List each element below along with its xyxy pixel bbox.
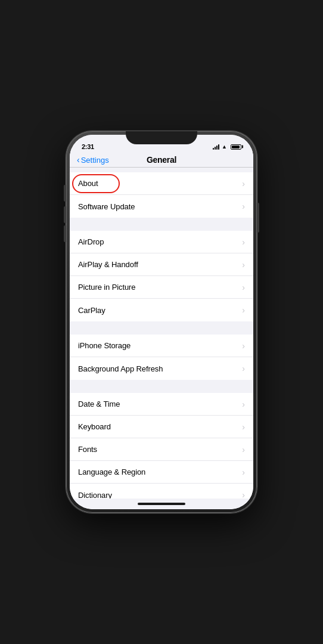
chevron-icon-about: › <box>242 179 245 188</box>
item-label-fonts: Fonts <box>78 445 97 454</box>
phone-frame: 2:31 ▲ ‹ Set <box>66 131 257 513</box>
item-label-iphone-storage: iPhone Storage <box>78 341 131 350</box>
settings-item-carplay[interactable]: CarPlay › <box>70 299 253 321</box>
chevron-icon-dictionary: › <box>242 490 245 499</box>
item-label-picture-in-picture: Picture in Picture <box>78 283 135 292</box>
chevron-icon-airplay-handoff: › <box>242 260 245 270</box>
home-indicator <box>70 499 253 509</box>
section-connectivity: AirDrop › AirPlay & Handoff › Picture in… <box>70 231 253 321</box>
chevron-icon-iphone-storage: › <box>242 341 245 351</box>
settings-item-dictionary[interactable]: Dictionary › <box>70 484 253 499</box>
page-title: General <box>147 155 176 165</box>
chevron-icon-carplay: › <box>242 305 245 315</box>
settings-item-fonts[interactable]: Fonts › <box>70 438 253 461</box>
phone-screen: 2:31 ▲ ‹ Set <box>70 135 253 509</box>
status-icons: ▲ <box>213 144 241 150</box>
section-storage: iPhone Storage › Background App Refresh … <box>70 335 253 380</box>
chevron-icon-date-time: › <box>242 400 245 409</box>
chevron-icon-airdrop: › <box>242 237 245 247</box>
signal-icon <box>213 144 219 150</box>
chevron-icon-background-app-refresh: › <box>242 364 245 373</box>
settings-item-about[interactable]: About › <box>70 172 253 195</box>
navigation-bar: ‹ Settings General <box>70 154 253 168</box>
chevron-icon-keyboard: › <box>242 422 245 432</box>
notch <box>126 131 197 144</box>
status-time: 2:31 <box>82 143 94 150</box>
item-label-background-app-refresh: Background App Refresh <box>78 364 163 373</box>
settings-item-software-update[interactable]: Software Update › <box>70 195 253 218</box>
back-chevron-icon: ‹ <box>77 156 80 164</box>
item-label-language-region: Language & Region <box>78 467 145 476</box>
settings-item-keyboard[interactable]: Keyboard › <box>70 416 253 438</box>
battery-icon <box>231 144 241 150</box>
chevron-icon-picture-in-picture: › <box>242 283 245 292</box>
settings-item-language-region[interactable]: Language & Region › <box>70 461 253 484</box>
section-gap-3 <box>70 321 253 335</box>
back-button[interactable]: ‹ Settings <box>77 156 109 165</box>
back-label: Settings <box>81 156 109 165</box>
wifi-icon: ▲ <box>222 144 227 150</box>
home-bar <box>138 503 185 505</box>
item-label-about: About <box>78 179 98 188</box>
item-label-software-update: Software Update <box>78 202 135 211</box>
section-gap <box>70 168 253 172</box>
chevron-icon-language-region: › <box>242 467 245 477</box>
item-label-keyboard: Keyboard <box>78 422 111 431</box>
item-label-dictionary: Dictionary <box>78 491 112 499</box>
item-label-airdrop: AirDrop <box>78 237 104 246</box>
section-gap-4 <box>70 380 253 393</box>
section-device: About › Software Update › <box>70 172 253 218</box>
item-label-airplay-handoff: AirPlay & Handoff <box>78 260 138 269</box>
section-settings: Date & Time › Keyboard › Fonts › Languag… <box>70 393 253 499</box>
settings-item-picture-in-picture[interactable]: Picture in Picture › <box>70 276 253 299</box>
settings-list: About › Software Update › AirDrop › <box>70 168 253 499</box>
item-label-carplay: CarPlay <box>78 306 105 315</box>
screen: 2:31 ▲ ‹ Set <box>70 135 253 509</box>
section-gap-2 <box>70 218 253 231</box>
settings-item-background-app-refresh[interactable]: Background App Refresh › <box>70 357 253 380</box>
settings-item-date-time[interactable]: Date & Time › <box>70 393 253 416</box>
chevron-icon-fonts: › <box>242 445 245 454</box>
item-label-date-time: Date & Time <box>78 400 120 408</box>
chevron-icon-software-update: › <box>242 202 245 211</box>
settings-item-iphone-storage[interactable]: iPhone Storage › <box>70 335 253 357</box>
settings-item-airplay-handoff[interactable]: AirPlay & Handoff › <box>70 253 253 276</box>
settings-item-airdrop[interactable]: AirDrop › <box>70 231 253 253</box>
